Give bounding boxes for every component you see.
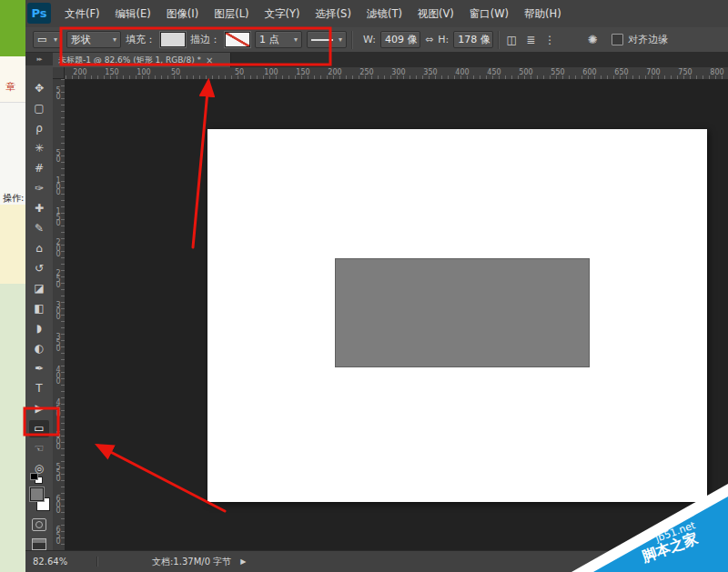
width-label: W: [363,34,376,45]
menu-item[interactable]: 视图(V) [415,5,457,23]
ruler-label: 2 5 0 [53,271,64,289]
drawn-rectangle-shape[interactable] [335,258,590,367]
menu-item[interactable]: 图像(I) [164,5,201,23]
path-operations-icon[interactable]: ◫ [504,34,519,46]
path-alignment-icon[interactable]: ≣ [523,34,538,46]
menu-item[interactable]: 窗口(W) [467,5,511,23]
ruler-label: 550 [551,68,564,76]
tool-preset-button[interactable]: ▭ ▾ [33,31,62,48]
clone-stamp-tool[interactable]: ⌂ [29,240,49,257]
menu-item[interactable]: 文件(F) [62,5,103,23]
menu-item[interactable]: 选择(S) [313,5,354,23]
ruler-label: 350 [423,68,437,76]
stroke-color-swatch[interactable] [225,32,250,47]
link-dimensions-icon[interactable]: ⇔ [425,34,433,45]
ruler-label: 700 [646,68,660,76]
menubar-items: 文件(F)编辑(E)图像(I)图层(L)文字(Y)选择(S)滤镜(T)视图(V)… [62,0,564,27]
blur-tool[interactable]: ◗ [29,320,49,337]
stroke-label: 描边： [190,33,220,46]
solid-line-icon [311,39,333,41]
ruler-label: 300 [391,68,405,76]
tab-bar: 未标题-1 @ 82.6% (矩形 1, RGB/8) * × [53,53,728,67]
ruler-label: 200 [328,68,341,76]
eyedropper-tool[interactable]: ✑ [29,180,49,197]
rectangle-tool[interactable]: ▭ [29,420,49,437]
color-swatches[interactable] [29,487,51,511]
canvas-area[interactable] [65,79,728,550]
ruler-label: 4 5 0 [53,400,64,418]
path-selection-tool[interactable]: ▶ [29,400,49,417]
dodge-tool[interactable]: ◐ [29,340,49,357]
screen-mode-button[interactable] [32,538,46,550]
ruler-label: 200 [73,68,86,76]
ruler-label: 600 [582,68,596,76]
ruler-label: 2 0 0 [53,240,64,258]
close-icon[interactable]: × [206,55,213,65]
hand-tool[interactable]: ☜ [29,440,49,457]
height-value-field[interactable]: 178 像 [453,31,493,48]
tool-mode-select[interactable]: 形状 ▾ [66,31,121,48]
type-tool[interactable]: T [29,380,49,397]
ruler-label: 1 0 0 [53,178,64,196]
move-tool[interactable]: ✥ [29,80,49,97]
document-tab-title: 未标题-1 @ 82.6% (矩形 1, RGB/8) * [58,55,201,66]
background-green-bar [0,0,25,56]
lasso-tool[interactable]: ρ [29,120,49,137]
ruler-label: 450 [487,68,500,76]
ruler-label: 50 [235,68,244,76]
path-arrange-icon[interactable]: ⋮ [542,34,557,46]
ruler-label: 650 [614,68,628,76]
document-tab[interactable]: 未标题-1 @ 82.6% (矩形 1, RGB/8) * × [53,53,231,67]
ruler-label: 3 5 0 [53,335,64,353]
separator [351,31,353,49]
brush-tool[interactable]: ✎ [29,220,49,237]
rectangular-marquee-tool[interactable]: ▢ [29,100,49,117]
menu-item[interactable]: 滤镜(T) [364,5,405,23]
chevron-down-icon: ▾ [54,35,57,44]
status-expand-icon[interactable]: ▶ [240,557,246,566]
status-bar: 82.64% 文档:1.37M/0 字节 ▶ [25,550,728,572]
gradient-tool[interactable]: ◧ [29,300,49,317]
ps-logo[interactable]: Ps [27,3,51,24]
foreground-color-swatch[interactable] [30,487,44,501]
crop-tool[interactable]: # [29,160,49,177]
menu-item[interactable]: 编辑(E) [113,5,154,23]
background-panel [0,284,25,572]
quick-selection-tool[interactable]: ✳ [29,140,49,157]
align-edges-checkbox[interactable] [612,34,623,45]
ruler-label: 3 0 0 [53,303,64,321]
toolbar-collapse-icon[interactable]: ▸▸ [25,53,53,65]
history-brush-tool[interactable]: ↺ [29,260,49,277]
ruler-label: 50 [171,68,180,76]
fill-color-swatch[interactable] [160,32,186,47]
ruler-label: 250 [359,68,373,76]
background-window-strip: 章 操作: [0,0,26,572]
ruler-label: 750 [678,68,692,76]
zoom-level[interactable]: 82.64% [33,557,97,567]
gear-icon[interactable]: ✺ [585,33,600,46]
stroke-width-select[interactable]: 1 点 ▾ [255,31,302,48]
ruler-label: 5 0 0 [53,433,64,451]
menu-item[interactable]: 文字(Y) [262,5,303,23]
zoom-tool[interactable]: ◎ [29,460,49,477]
options-bar: ▭ ▾ 形状 ▾ 填充： 描边： 1 点 ▾ ▾ W: 409 像 ⇔ H [25,27,728,53]
ruler-label: 1 5 0 [53,209,64,227]
ruler-label: 5 0 [53,151,64,163]
width-value-field[interactable]: 409 像 [380,31,420,48]
background-panel: 操作: [0,102,25,206]
vertical-ruler: 5 05 01 0 01 5 02 0 02 5 03 0 03 5 04 0 … [53,79,66,550]
healing-brush-tool[interactable]: ✚ [29,200,49,217]
ruler-label: 150 [105,68,118,76]
ruler-label: 100 [136,68,150,76]
background-text-fragment: 章 [5,80,15,94]
menu-item[interactable]: 帮助(H) [521,5,564,23]
eraser-tool[interactable]: ◪ [29,280,49,297]
stroke-style-select[interactable]: ▾ [307,31,347,48]
ruler-label: 500 [519,68,532,76]
pen-tool[interactable]: ✒ [29,360,49,377]
document-canvas[interactable] [207,129,707,502]
ruler-label: 800 [710,68,723,76]
quick-mask-button[interactable] [32,518,46,531]
menu-item[interactable]: 图层(L) [211,5,251,23]
ruler-label: 400 [455,68,469,76]
